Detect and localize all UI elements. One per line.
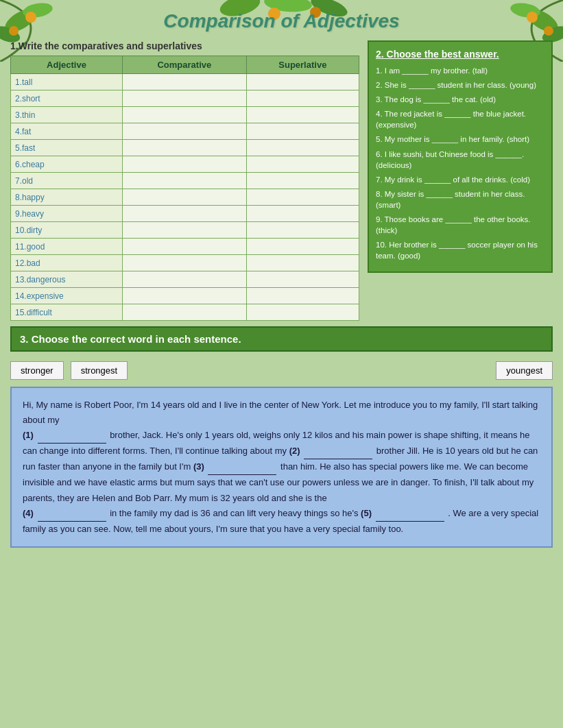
word-btn-youngest[interactable]: youngest	[496, 361, 553, 380]
superlative-cell[interactable]	[246, 255, 359, 271]
section2-item: 8. My sister is ______ student in her cl…	[376, 189, 544, 210]
superlative-cell[interactable]	[246, 239, 359, 255]
para-text4: in the family my dad is 36 and can lift …	[110, 508, 358, 518]
section2-item: 4. The red jacket is ______ the blue jac…	[376, 108, 544, 130]
para-intro: Hi, My name is Robert Poor, I'm 14 years…	[23, 400, 538, 425]
comparative-cell[interactable]	[123, 173, 247, 189]
blank5[interactable]	[376, 506, 444, 522]
word-btn-stronger[interactable]: stronger	[10, 361, 64, 380]
superlative-cell[interactable]	[246, 74, 359, 90]
comparative-cell[interactable]	[123, 189, 247, 206]
table-row: 3.thin	[11, 107, 123, 123]
comparative-cell[interactable]	[123, 304, 247, 321]
superlative-cell[interactable]	[246, 107, 359, 123]
superlative-cell[interactable]	[246, 189, 359, 206]
comparative-cell[interactable]	[123, 90, 247, 107]
section2-item: 5. My mother is ______ in her family. (s…	[376, 134, 544, 145]
section1: 1.Write the comparatives and superlative…	[10, 40, 359, 321]
adjective-table: Adjective Comparative Superlative 1.tall…	[10, 56, 359, 321]
comparative-cell[interactable]	[123, 222, 247, 239]
table-row: 7.old	[11, 173, 123, 189]
section2-item: 9. Those books are ______ the other book…	[376, 214, 544, 236]
table-row: 10.dirty	[11, 222, 123, 239]
superlative-cell[interactable]	[246, 222, 359, 239]
superlative-cell[interactable]	[246, 206, 359, 222]
superlative-cell[interactable]	[246, 304, 359, 321]
superlative-cell[interactable]	[246, 173, 359, 189]
table-row: 12.bad	[11, 255, 123, 271]
table-row: 11.good	[11, 239, 123, 255]
blank5-label: (5)	[361, 508, 372, 518]
section2-item: 6. I like sushi, but Chinese food is ___…	[376, 149, 544, 171]
superlative-cell[interactable]	[246, 140, 359, 156]
comparative-cell[interactable]	[123, 239, 247, 255]
blank2[interactable]	[304, 444, 372, 459]
table-row: 9.heavy	[11, 206, 123, 222]
blank1-label: (1)	[23, 430, 34, 440]
section2-item: 2. She is ______ student in her class. (…	[376, 80, 544, 90]
table-row: 4.fat	[11, 123, 123, 140]
section3-banner: 3. Choose the correct word in each sente…	[10, 326, 553, 352]
blank3[interactable]	[208, 459, 276, 475]
top-sections: 1.Write the comparatives and superlative…	[10, 40, 553, 321]
table-row: 13.dangerous	[11, 271, 123, 288]
superlative-cell[interactable]	[246, 288, 359, 304]
word-buttons-row: stronger strongest youngest	[10, 361, 553, 380]
table-row: 5.fast	[11, 140, 123, 156]
paragraph-box: Hi, My name is Robert Poor, I'm 14 years…	[10, 387, 553, 548]
table-row: 8.happy	[11, 189, 123, 206]
comparative-cell[interactable]	[123, 255, 247, 271]
comparative-cell[interactable]	[123, 123, 247, 140]
page-title: Comparison of Adjectives	[10, 10, 553, 32]
word-btn-strongest[interactable]: strongest	[71, 361, 128, 380]
section2-items: 1. I am ______ my brother. (tall)2. She …	[376, 65, 544, 261]
section2: 2. Choose the best answer. 1. I am _____…	[368, 40, 553, 273]
table-row: 15.difficult	[11, 304, 123, 321]
table-row: 6.cheap	[11, 156, 123, 173]
comparative-cell[interactable]	[123, 288, 247, 304]
section1-heading: 1.Write the comparatives and superlative…	[10, 40, 359, 51]
blank2-label: (2)	[289, 446, 300, 456]
superlative-cell[interactable]	[246, 271, 359, 288]
section2-item: 3. The dog is ______ the cat. (old)	[376, 94, 544, 105]
col-adjective: Adjective	[11, 56, 123, 74]
comparative-cell[interactable]	[123, 140, 247, 156]
comparative-cell[interactable]	[123, 156, 247, 173]
comparative-cell[interactable]	[123, 74, 247, 90]
superlative-cell[interactable]	[246, 90, 359, 107]
superlative-cell[interactable]	[246, 123, 359, 140]
section2-heading: 2. Choose the best answer.	[376, 49, 544, 60]
col-comparative: Comparative	[123, 56, 247, 74]
table-row: 2.short	[11, 90, 123, 107]
superlative-cell[interactable]	[246, 156, 359, 173]
table-row: 1.tall	[11, 74, 123, 90]
comparative-cell[interactable]	[123, 107, 247, 123]
section2-item: 10. Her brother is ______ soccer player …	[376, 239, 544, 261]
section2-item: 1. I am ______ my brother. (tall)	[376, 65, 544, 76]
blank4-label: (4)	[23, 508, 34, 518]
section2-item: 7. My drink is ______ of all the drinks.…	[376, 174, 544, 185]
table-row: 14.expensive	[11, 288, 123, 304]
blank4[interactable]	[38, 506, 106, 522]
comparative-cell[interactable]	[123, 271, 247, 288]
blank3-label: (3)	[193, 461, 204, 472]
blank1[interactable]	[38, 428, 106, 444]
comparative-cell[interactable]	[123, 206, 247, 222]
col-superlative: Superlative	[246, 56, 359, 74]
